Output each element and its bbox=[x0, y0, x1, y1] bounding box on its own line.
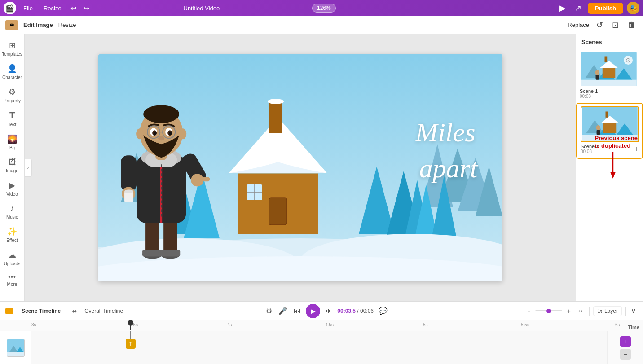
time-label: Time bbox=[607, 325, 643, 330]
canvas-text-apart: apart bbox=[419, 153, 477, 184]
layout-button[interactable]: ⊡ bbox=[610, 20, 621, 30]
play-button[interactable]: ▶ bbox=[306, 304, 320, 318]
scene-item-1[interactable]: ⊙ Scene 1 00:03 bbox=[576, 48, 643, 103]
sidebar-item-more[interactable]: ••• More bbox=[1, 271, 23, 289]
bg-label: Bg bbox=[9, 145, 15, 150]
scene-1-duplicate-icon[interactable]: ⊙ bbox=[624, 56, 633, 65]
svg-rect-76 bbox=[603, 122, 617, 133]
sidebar-item-templates[interactable]: ⊞ Templates bbox=[1, 38, 23, 59]
share-button[interactable]: ↗ bbox=[572, 3, 584, 13]
logo[interactable]: 🎬 bbox=[4, 2, 16, 14]
delete-button[interactable]: 🗑 bbox=[626, 20, 638, 30]
annotation-container: Previous sceneis duplicated bbox=[595, 135, 638, 179]
scene-timeline-tab[interactable]: Scene Timeline bbox=[18, 307, 64, 316]
svg-rect-66 bbox=[603, 67, 616, 78]
more-label: More bbox=[7, 282, 18, 287]
layer-label: Layer bbox=[604, 308, 618, 314]
overall-timeline-tab[interactable]: Overall Timeline bbox=[81, 307, 127, 316]
uploads-label: Uploads bbox=[4, 261, 21, 266]
svg-rect-39 bbox=[121, 155, 137, 191]
zoom-dot bbox=[546, 309, 551, 313]
sidebar-item-character[interactable]: 👤 Character bbox=[1, 61, 23, 83]
sidebar-item-effect[interactable]: ✨ Effect bbox=[1, 224, 23, 246]
templates-icon: ⊞ bbox=[9, 40, 16, 50]
playhead-indicator[interactable]: T bbox=[126, 339, 136, 349]
svg-point-54 bbox=[169, 132, 172, 135]
sidebar-item-property[interactable]: ⚙ Property bbox=[1, 84, 23, 106]
svg-rect-29 bbox=[145, 218, 159, 254]
text-label: Text bbox=[8, 122, 16, 127]
timeline-tab-divider bbox=[68, 307, 68, 316]
time-display: 00:03.5 / 00:06 bbox=[337, 308, 374, 314]
scene-1-name: Scene 1 bbox=[580, 88, 598, 94]
svg-rect-34 bbox=[160, 250, 180, 256]
svg-rect-69 bbox=[581, 80, 637, 86]
fit-width-button[interactable]: ↔ bbox=[576, 307, 586, 315]
property-icon: ⚙ bbox=[9, 87, 16, 97]
undo-button[interactable]: ↩ bbox=[69, 4, 78, 13]
svg-point-53 bbox=[154, 132, 156, 135]
image-icon: 🖼 bbox=[8, 158, 16, 167]
resize-menu[interactable]: Resize bbox=[40, 4, 65, 13]
svg-point-44 bbox=[191, 174, 203, 186]
scene-timeline-icon bbox=[5, 308, 13, 314]
total-time: 00:06 bbox=[360, 308, 374, 314]
sidebar-item-music[interactable]: ♪ Music bbox=[1, 201, 23, 222]
time-remove-button[interactable]: − bbox=[620, 349, 631, 360]
resize-label[interactable]: Resize bbox=[58, 22, 76, 28]
time-add-button[interactable]: + bbox=[620, 336, 631, 347]
timeline-divider-3 bbox=[625, 307, 626, 316]
zoom-slider[interactable] bbox=[535, 310, 562, 311]
timeline-divider-2 bbox=[589, 307, 590, 316]
refresh-button[interactable]: ↺ bbox=[595, 20, 605, 30]
image-label: Image bbox=[6, 168, 18, 173]
sidebar-item-text[interactable]: T Text bbox=[1, 108, 23, 130]
svg-point-48 bbox=[143, 105, 179, 123]
edit-image-label[interactable]: Edit Image bbox=[23, 22, 53, 28]
file-menu[interactable]: File bbox=[20, 4, 36, 13]
layer-button[interactable]: 🗂 Layer bbox=[593, 306, 622, 316]
scene-1-thumbnail[interactable]: ⊙ bbox=[580, 51, 638, 87]
timeline-expand-button[interactable]: ∨ bbox=[630, 307, 638, 315]
bg-icon: 🌄 bbox=[7, 134, 17, 144]
layer-icon: 🗂 bbox=[597, 308, 603, 314]
skip-back-button[interactable]: ⏮ bbox=[292, 307, 302, 315]
svg-point-57 bbox=[179, 128, 186, 139]
svg-rect-68 bbox=[605, 57, 608, 62]
music-label: Music bbox=[6, 215, 18, 219]
zoom-plus[interactable]: + bbox=[566, 307, 572, 315]
templates-label: Templates bbox=[2, 52, 22, 57]
sidebar-item-bg[interactable]: 🌄 Bg bbox=[1, 132, 23, 153]
character-icon: 👤 bbox=[7, 64, 17, 74]
svg-rect-45 bbox=[202, 177, 210, 181]
sidebar-item-image[interactable]: 🖼 Image bbox=[1, 155, 23, 176]
svg-rect-87 bbox=[7, 352, 24, 356]
redo-button[interactable]: ↪ bbox=[82, 4, 91, 13]
mic-button[interactable]: 🎤 bbox=[277, 307, 289, 315]
overall-timeline-icon: ⬌ bbox=[72, 307, 77, 315]
zoom-minus[interactable]: - bbox=[527, 307, 532, 315]
preview-button[interactable]: ▶ bbox=[557, 3, 568, 13]
scene-1-time: 00:03 bbox=[580, 94, 598, 99]
video-label: Video bbox=[6, 192, 18, 197]
svg-point-55 bbox=[158, 136, 164, 140]
zoom-level[interactable]: 126% bbox=[312, 4, 336, 13]
effect-icon: ✨ bbox=[7, 227, 17, 237]
skip-forward-button[interactable]: ⏭ bbox=[324, 307, 334, 315]
svg-rect-20 bbox=[269, 101, 282, 133]
sidebar-item-video[interactable]: ▶ Video bbox=[1, 178, 23, 199]
svg-point-80 bbox=[596, 125, 601, 130]
caption-button[interactable]: 💬 bbox=[377, 307, 389, 315]
sidebar-collapse-tab[interactable]: › bbox=[25, 159, 32, 177]
settings-button[interactable]: ⚙ bbox=[264, 307, 273, 315]
publish-button[interactable]: Publish bbox=[588, 3, 623, 14]
svg-rect-78 bbox=[606, 112, 608, 118]
annotation-arrow bbox=[608, 152, 617, 179]
thumbnail-track-label bbox=[7, 339, 25, 357]
avatar[interactable]: 🎭 bbox=[627, 2, 639, 14]
sidebar-item-uploads[interactable]: ☁ Uploads bbox=[1, 247, 23, 269]
character-label: Character bbox=[2, 75, 22, 80]
replace-label[interactable]: Replace bbox=[568, 22, 589, 28]
uploads-icon: ☁ bbox=[8, 250, 16, 260]
property-label: Property bbox=[4, 98, 21, 103]
